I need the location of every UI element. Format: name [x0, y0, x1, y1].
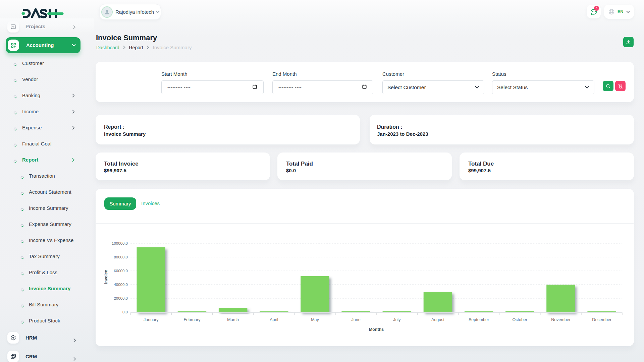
svg-text:July: July — [393, 317, 401, 322]
svg-text:40000.0: 40000.0 — [114, 283, 128, 287]
svg-text:0.0: 0.0 — [122, 310, 128, 314]
svg-text:May: May — [311, 317, 319, 322]
svg-text:December: December — [592, 317, 611, 322]
svg-text:November: November — [551, 317, 571, 322]
svg-text:20000.0: 20000.0 — [114, 296, 128, 300]
svg-text:June: June — [352, 317, 361, 322]
svg-text:100000.0: 100000.0 — [112, 241, 128, 245]
svg-text:March: March — [227, 317, 239, 322]
svg-text:60000.0: 60000.0 — [114, 269, 128, 273]
svg-text:Months: Months — [369, 327, 384, 332]
svg-text:August: August — [431, 317, 444, 322]
svg-text:Invoice: Invoice — [104, 270, 108, 284]
svg-text:October: October — [513, 317, 527, 322]
svg-text:January: January — [144, 317, 159, 322]
svg-text:February: February — [183, 317, 201, 322]
svg-text:April: April — [270, 317, 278, 322]
svg-text:September: September — [469, 317, 489, 322]
svg-text:80000.0: 80000.0 — [114, 255, 128, 259]
